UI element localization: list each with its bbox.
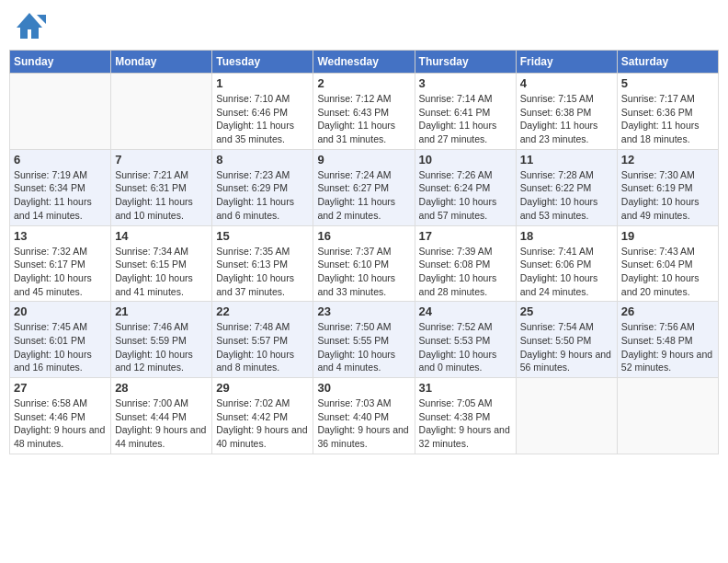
day-info: Sunrise: 7:19 AMSunset: 6:34 PMDaylight:… (14, 168, 107, 223)
day-number: 6 (14, 153, 107, 167)
day-info: Sunrise: 7:37 AMSunset: 6:10 PMDaylight:… (317, 245, 410, 299)
calendar-cell: 30Sunrise: 7:03 AMSunset: 4:40 PMDayligh… (313, 378, 415, 454)
day-number: 1 (216, 76, 309, 90)
day-info: Sunrise: 7:32 AMSunset: 6:17 PMDaylight:… (14, 245, 107, 299)
day-info: Sunrise: 7:46 AMSunset: 5:59 PMDaylight:… (115, 320, 208, 374)
calendar-cell: 9Sunrise: 7:24 AMSunset: 6:27 PMDaylight… (313, 149, 415, 225)
calendar-cell: 23Sunrise: 7:50 AMSunset: 5:55 PMDayligh… (313, 302, 415, 378)
day-number: 3 (419, 76, 512, 90)
day-number: 20 (14, 304, 107, 318)
day-number: 5 (621, 76, 714, 90)
day-number: 11 (520, 153, 613, 167)
day-number: 16 (317, 229, 410, 243)
logo (13, 9, 48, 42)
calendar-cell: 27Sunrise: 6:58 AMSunset: 4:46 PMDayligh… (10, 378, 111, 454)
calendar-cell: 14Sunrise: 7:34 AMSunset: 6:15 PMDayligh… (111, 225, 212, 302)
day-number: 26 (621, 304, 714, 318)
day-info: Sunrise: 7:26 AMSunset: 6:24 PMDaylight:… (419, 168, 512, 223)
page-header (9, 9, 719, 42)
day-number: 12 (621, 153, 714, 167)
calendar-cell: 21Sunrise: 7:46 AMSunset: 5:59 PMDayligh… (111, 302, 212, 378)
day-info: Sunrise: 7:12 AMSunset: 6:43 PMDaylight:… (317, 92, 410, 146)
day-info: Sunrise: 7:35 AMSunset: 6:13 PMDaylight:… (216, 245, 309, 299)
day-info: Sunrise: 6:58 AMSunset: 4:46 PMDaylight:… (14, 396, 107, 451)
calendar-cell: 16Sunrise: 7:37 AMSunset: 6:10 PMDayligh… (313, 225, 415, 302)
day-info: Sunrise: 7:05 AMSunset: 4:38 PMDaylight:… (419, 396, 512, 451)
calendar-cell (10, 74, 111, 150)
calendar-cell: 6Sunrise: 7:19 AMSunset: 6:34 PMDaylight… (10, 149, 111, 225)
calendar-week-row: 1Sunrise: 7:10 AMSunset: 6:46 PMDaylight… (10, 74, 719, 150)
day-number: 18 (520, 229, 613, 243)
calendar-cell (516, 378, 617, 454)
day-number: 29 (216, 381, 309, 395)
calendar-cell: 25Sunrise: 7:54 AMSunset: 5:50 PMDayligh… (516, 302, 617, 378)
calendar-cell (111, 74, 212, 150)
day-info: Sunrise: 7:52 AMSunset: 5:53 PMDaylight:… (419, 320, 512, 374)
calendar-cell: 13Sunrise: 7:32 AMSunset: 6:17 PMDayligh… (10, 225, 111, 302)
calendar-cell: 3Sunrise: 7:14 AMSunset: 6:41 PMDaylight… (415, 74, 516, 150)
day-info: Sunrise: 7:30 AMSunset: 6:19 PMDaylight:… (621, 168, 714, 223)
day-number: 22 (216, 304, 309, 318)
weekday-header-monday: Monday (111, 51, 212, 74)
day-info: Sunrise: 7:43 AMSunset: 6:04 PMDaylight:… (621, 245, 714, 299)
calendar-cell (617, 378, 718, 454)
day-number: 28 (115, 381, 208, 395)
day-info: Sunrise: 7:15 AMSunset: 6:38 PMDaylight:… (520, 92, 613, 146)
weekday-header-tuesday: Tuesday (212, 51, 313, 74)
day-info: Sunrise: 7:17 AMSunset: 6:36 PMDaylight:… (621, 92, 714, 146)
day-number: 17 (419, 229, 512, 243)
day-info: Sunrise: 7:48 AMSunset: 5:57 PMDaylight:… (216, 320, 309, 374)
day-info: Sunrise: 7:21 AMSunset: 6:31 PMDaylight:… (115, 168, 208, 223)
day-info: Sunrise: 7:28 AMSunset: 6:22 PMDaylight:… (520, 168, 613, 223)
day-number: 24 (419, 304, 512, 318)
day-number: 14 (115, 229, 208, 243)
day-number: 25 (520, 304, 613, 318)
day-info: Sunrise: 7:10 AMSunset: 6:46 PMDaylight:… (216, 92, 309, 146)
calendar-cell: 18Sunrise: 7:41 AMSunset: 6:06 PMDayligh… (516, 225, 617, 302)
calendar-table: SundayMondayTuesdayWednesdayThursdayFrid… (9, 50, 719, 454)
day-number: 10 (419, 153, 512, 167)
calendar-cell: 29Sunrise: 7:02 AMSunset: 4:42 PMDayligh… (212, 378, 313, 454)
calendar-cell: 24Sunrise: 7:52 AMSunset: 5:53 PMDayligh… (415, 302, 516, 378)
calendar-cell: 31Sunrise: 7:05 AMSunset: 4:38 PMDayligh… (415, 378, 516, 454)
day-number: 27 (14, 381, 107, 395)
day-info: Sunrise: 7:02 AMSunset: 4:42 PMDaylight:… (216, 396, 309, 451)
weekday-header-sunday: Sunday (10, 51, 111, 74)
day-number: 21 (115, 304, 208, 318)
calendar-cell: 10Sunrise: 7:26 AMSunset: 6:24 PMDayligh… (415, 149, 516, 225)
day-info: Sunrise: 7:39 AMSunset: 6:08 PMDaylight:… (419, 245, 512, 299)
calendar-cell: 5Sunrise: 7:17 AMSunset: 6:36 PMDaylight… (617, 74, 718, 150)
day-info: Sunrise: 7:23 AMSunset: 6:29 PMDaylight:… (216, 168, 309, 223)
day-info: Sunrise: 7:14 AMSunset: 6:41 PMDaylight:… (419, 92, 512, 146)
calendar-cell: 22Sunrise: 7:48 AMSunset: 5:57 PMDayligh… (212, 302, 313, 378)
day-number: 15 (216, 229, 309, 243)
weekday-header-friday: Friday (516, 51, 617, 74)
day-number: 19 (621, 229, 714, 243)
day-info: Sunrise: 7:56 AMSunset: 5:48 PMDaylight:… (621, 320, 714, 374)
day-number: 30 (317, 381, 410, 395)
day-info: Sunrise: 7:03 AMSunset: 4:40 PMDaylight:… (317, 396, 410, 451)
calendar-week-row: 27Sunrise: 6:58 AMSunset: 4:46 PMDayligh… (10, 378, 719, 454)
calendar-cell: 7Sunrise: 7:21 AMSunset: 6:31 PMDaylight… (111, 149, 212, 225)
weekday-header-row: SundayMondayTuesdayWednesdayThursdayFrid… (10, 51, 719, 74)
calendar-cell: 12Sunrise: 7:30 AMSunset: 6:19 PMDayligh… (617, 149, 718, 225)
calendar-cell: 15Sunrise: 7:35 AMSunset: 6:13 PMDayligh… (212, 225, 313, 302)
day-number: 8 (216, 153, 309, 167)
logo-icon (13, 9, 46, 42)
day-info: Sunrise: 7:24 AMSunset: 6:27 PMDaylight:… (317, 168, 410, 223)
day-number: 9 (317, 153, 410, 167)
day-info: Sunrise: 7:50 AMSunset: 5:55 PMDaylight:… (317, 320, 410, 374)
day-info: Sunrise: 7:34 AMSunset: 6:15 PMDaylight:… (115, 245, 208, 299)
calendar-week-row: 20Sunrise: 7:45 AMSunset: 6:01 PMDayligh… (10, 302, 719, 378)
weekday-header-thursday: Thursday (415, 51, 516, 74)
calendar-cell: 19Sunrise: 7:43 AMSunset: 6:04 PMDayligh… (617, 225, 718, 302)
calendar-cell: 28Sunrise: 7:00 AMSunset: 4:44 PMDayligh… (111, 378, 212, 454)
day-number: 7 (115, 153, 208, 167)
day-number: 13 (14, 229, 107, 243)
calendar-week-row: 13Sunrise: 7:32 AMSunset: 6:17 PMDayligh… (10, 225, 719, 302)
weekday-header-wednesday: Wednesday (313, 51, 415, 74)
day-info: Sunrise: 7:54 AMSunset: 5:50 PMDaylight:… (520, 320, 613, 374)
day-number: 2 (317, 76, 410, 90)
calendar-cell: 4Sunrise: 7:15 AMSunset: 6:38 PMDaylight… (516, 74, 617, 150)
day-number: 31 (419, 381, 512, 395)
